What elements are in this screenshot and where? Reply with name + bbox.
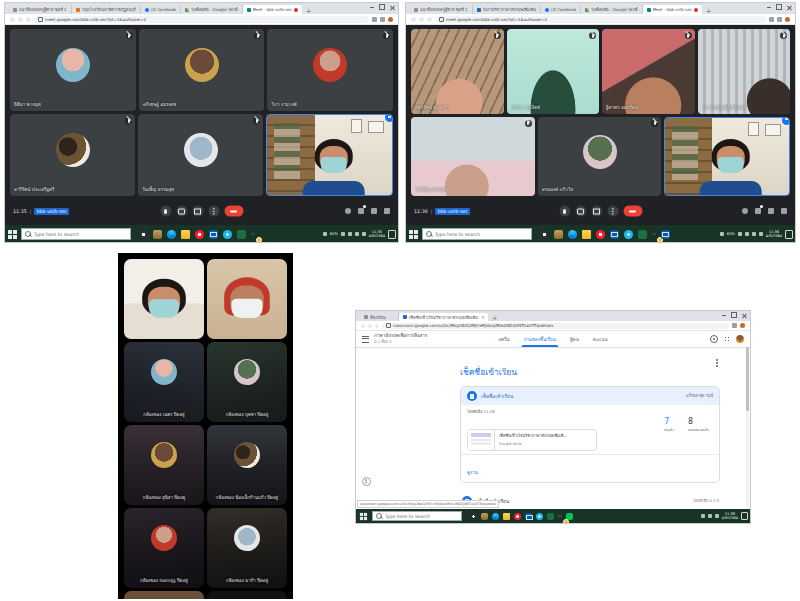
mail-icon[interactable] [525, 513, 532, 520]
kebab-menu-icon[interactable] [716, 362, 718, 364]
scrollbar[interactable] [746, 347, 749, 507]
view-work-link[interactable]: ดูงาน [467, 470, 478, 475]
new-tab-button[interactable]: + [705, 7, 712, 14]
mic-button[interactable] [559, 206, 570, 217]
maximize-button[interactable] [776, 4, 782, 10]
back-button[interactable] [411, 17, 416, 22]
volume-icon[interactable] [752, 232, 756, 236]
extension-icon[interactable] [380, 17, 385, 22]
mobile-tile-camera-off[interactable]: กล้องของ สุนิสา ปิดอยู่ [124, 425, 204, 505]
edge-icon[interactable] [492, 513, 499, 520]
opera-icon[interactable] [514, 513, 521, 520]
stat-assigned[interactable]: 8 มอบหมายแล้ว [688, 417, 709, 432]
language-icon[interactable] [362, 232, 366, 236]
bookmark-star-icon[interactable] [769, 17, 774, 22]
chrome-taskbar-open[interactable] [251, 233, 255, 235]
minimize-button[interactable] [722, 315, 726, 316]
excel-icon[interactable] [638, 230, 647, 239]
activities-icon[interactable] [384, 208, 390, 214]
minimize-button[interactable] [767, 7, 771, 8]
assignment-card-header[interactable]: เช็คชื่อเข้าเรียน แก้ไขล่าสุด วันนี้ [461, 387, 719, 405]
maximize-button[interactable] [731, 312, 737, 318]
action-center-icon[interactable] [785, 230, 793, 239]
participants-icon[interactable] [755, 208, 761, 214]
chrome-taskbar-open[interactable] [652, 233, 656, 235]
chat-icon[interactable] [371, 208, 377, 214]
store-icon[interactable] [153, 230, 162, 239]
accessibility-icon[interactable] [362, 477, 371, 486]
clock[interactable]: 11:364/9/2564 [766, 230, 782, 239]
attachment-card[interactable]: เช็คชื่อเข้าเรียนวิชาภาษาอังกฤษเพิ่มเติ…… [467, 429, 597, 451]
participant-tile[interactable]: อภิเชษฐ์ อมรเดช [139, 29, 265, 111]
omnibox[interactable]: meet.google.com/bbk-vstb-sec?pli=1&authu… [34, 16, 369, 23]
participant-tile-camera-on[interactable]: ธิดารัตน์ พวงแก้ว [411, 29, 504, 114]
clock[interactable]: 11:354/9/2564 [369, 230, 385, 239]
omnibox[interactable]: classroom.google.com/u/0/c/Mzg1NzQ2MjYxM… [382, 323, 729, 329]
participant-tile[interactable]: ธิติมา พวงมุข [10, 29, 136, 111]
browser-tab-drive[interactable]: ไลฟ์สดมัธ - Google ไดรฟ์ [581, 5, 642, 14]
captions-button[interactable] [575, 206, 586, 217]
details-icon[interactable] [742, 208, 748, 214]
self-view-tile[interactable] [664, 117, 790, 196]
action-center-icon[interactable] [741, 512, 748, 520]
network-icon[interactable] [745, 232, 749, 236]
topic-title[interactable]: เช็คชื่อเข้าเรียน [460, 367, 517, 377]
class-name[interactable]: ภาษาอังกฤษเพื่อการสื่อสาร [374, 333, 427, 339]
onedrive-icon[interactable] [720, 232, 724, 236]
back-button[interactable] [361, 324, 365, 328]
profile-avatar[interactable] [785, 17, 790, 22]
browser-tab[interactable]: แนวข้อสอบครูผู้ช่วย ชุดที่ 1 [9, 5, 72, 14]
stat-submitted[interactable]: 7 ส่งแล้ว [664, 417, 674, 432]
cortana-icon[interactable] [470, 513, 477, 520]
chrome-taskbar-open[interactable] [558, 515, 562, 517]
action-center-icon[interactable] [388, 230, 396, 239]
present-button[interactable] [591, 206, 602, 217]
tab-grades[interactable]: คะแนน [591, 332, 610, 347]
meeting-code-selected[interactable]: bbk-vstb-sec [34, 208, 69, 215]
tab-people[interactable]: ผู้คน [568, 332, 581, 347]
mic-button[interactable] [160, 206, 171, 217]
participant-tile-camera-on[interactable]: อภิสรา อุ่นจิตต์ [507, 29, 600, 114]
file-explorer-icon[interactable] [503, 513, 510, 520]
profile-avatar[interactable] [740, 323, 745, 328]
mobile-tile-camera-off[interactable]: กล้องของ บุษชา ปิดอยู่ [207, 342, 287, 422]
bookmark-star-icon[interactable] [372, 17, 377, 22]
tab-classwork-active[interactable]: งานของชั้นเรียน [522, 332, 558, 347]
internet-explorer-icon[interactable] [223, 230, 232, 239]
participant-tile[interactable]: อรอนงค์ แก้วใส [538, 117, 662, 196]
end-call-button[interactable] [224, 206, 243, 217]
hidden-icons-caret[interactable] [341, 232, 345, 236]
network-icon[interactable] [348, 232, 352, 236]
start-button[interactable] [8, 230, 17, 239]
forward-button[interactable] [419, 17, 424, 22]
network-icon[interactable] [708, 514, 712, 518]
refresh-button[interactable] [26, 17, 31, 22]
file-explorer-icon[interactable] [582, 230, 591, 239]
browser-tab[interactable]: กลุ่มโรงเรียนสาธิตราชภัฏธนบุรี [72, 5, 141, 14]
store-icon[interactable] [554, 230, 563, 239]
maximize-button[interactable] [379, 4, 385, 10]
mobile-tile-camera-off[interactable]: กล้องของ มาก้า ปิดอยู่ [207, 508, 287, 588]
extension-icon[interactable] [777, 17, 782, 22]
excel-icon[interactable] [237, 230, 246, 239]
clock[interactable]: 11:384/9/2564 [722, 512, 738, 521]
menu-icon[interactable] [362, 336, 369, 343]
browser-tab-meet-active[interactable]: Meet - bbk-vstb-sec [243, 5, 302, 14]
language-icon[interactable] [759, 232, 763, 236]
taskbar-search[interactable]: Type here to search [372, 511, 462, 521]
mobile-tile-camera-on[interactable] [124, 591, 204, 599]
new-tab-button[interactable]: + [305, 7, 312, 14]
more-options-button[interactable] [208, 206, 219, 217]
excel-icon[interactable] [547, 513, 554, 520]
edge-icon[interactable] [568, 230, 577, 239]
omnibox[interactable]: meet.google.com/bbk-vstb-sec?pli=1&authu… [435, 16, 766, 23]
onedrive-icon[interactable] [323, 232, 327, 236]
browser-tab[interactable]: ห้องเรียน [360, 313, 399, 321]
start-button[interactable] [409, 230, 418, 239]
browser-tab[interactable]: ใบงานวิชาภาษาอังกฤษเพิ่มเติม [473, 5, 541, 14]
volume-icon[interactable] [355, 232, 359, 236]
volume-icon[interactable] [715, 514, 719, 518]
meeting-code-selected[interactable]: bbk-vstb-sec [435, 208, 470, 215]
onedrive-icon[interactable] [701, 514, 705, 518]
taskbar-search[interactable]: Type here to search [422, 228, 532, 240]
